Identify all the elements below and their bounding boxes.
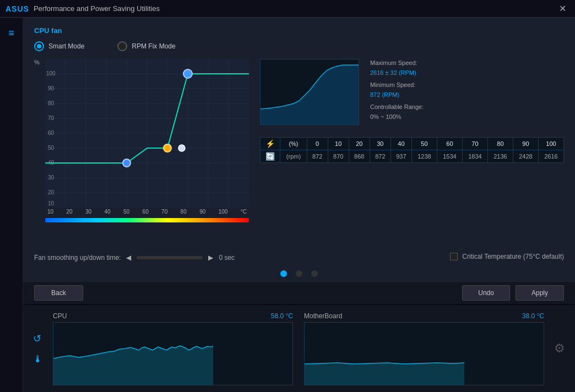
smart-mode-radio[interactable]	[34, 41, 44, 51]
max-speed-label: Maximum Speed:	[370, 59, 417, 66]
chart-canvas[interactable]: 100 90 80 70 60 50 40 30 20 10	[45, 59, 249, 208]
lightning-icon-cell: ⚡	[261, 138, 280, 150]
fan-icon-cell: 🔄	[261, 150, 280, 163]
rpm-col-90: 90	[513, 138, 538, 150]
min-speed-value: 872 (RPM)	[370, 91, 399, 98]
rpm-val-10: 870	[328, 150, 349, 163]
min-speed-label: Minimum Speed:	[370, 81, 416, 88]
rpm-col-40: 40	[390, 138, 411, 150]
svg-text:60: 60	[48, 130, 55, 136]
rpm-fix-mode-radio[interactable]	[117, 41, 127, 51]
top-panel: CPU fan Smart Mode RPM Fix Mode %	[23, 18, 575, 249]
status-bar: ↺ 🌡 CPU 58.0 °C	[23, 304, 575, 392]
btn-group-right: Undo Apply	[462, 285, 564, 301]
rpm-val-90: 2428	[513, 150, 538, 163]
rpm-col-0: 0	[307, 138, 328, 150]
rpm-val-30: 872	[370, 150, 390, 163]
rpm-col-60: 60	[437, 138, 462, 150]
slider-value: 0 sec	[219, 254, 235, 262]
svg-marker-34	[305, 363, 464, 385]
rpm-table: ⚡ (%) 0 10 20 30 40 50 60 70 80	[260, 137, 564, 163]
rpm-val-60: 1534	[437, 150, 462, 163]
mb-temp-header: MotherBoard 38.0 °C	[304, 312, 544, 320]
max-speed-value: 2616 ± 32 (RPM)	[370, 69, 416, 76]
slider-left-arrow[interactable]: ◀	[126, 254, 131, 262]
rpm-val-40: 937	[390, 150, 411, 163]
speed-chart-box	[260, 59, 359, 125]
rpm-col-100: 100	[538, 138, 563, 150]
rpm-val-70: 1834	[462, 150, 487, 163]
cpu-temp-item: CPU 58.0 °C	[53, 312, 293, 385]
rpm-values-row: 🔄 (rpm) 872 870 868 872 937 1238 1534 18…	[261, 150, 564, 163]
mb-temp-chart	[304, 322, 544, 385]
slider-track[interactable]	[137, 256, 203, 259]
asus-logo: ASUS	[6, 4, 29, 13]
svg-text:20: 20	[48, 189, 55, 195]
svg-text:100: 100	[46, 70, 56, 77]
close-button[interactable]: ✕	[556, 2, 569, 15]
dots-navigation	[23, 266, 575, 281]
info-panel: Maximum Speed: 2616 ± 32 (RPM) Minimum S…	[260, 59, 564, 244]
control-point-4	[183, 69, 192, 78]
menu-icon[interactable]: ≡	[4, 23, 19, 43]
svg-text:90: 90	[48, 85, 55, 91]
nav-dot-3[interactable]	[311, 270, 318, 277]
chart-area: %	[34, 59, 249, 244]
slider-right-arrow[interactable]: ▶	[208, 254, 213, 262]
section-title: CPU fan	[34, 26, 564, 35]
svg-text:30: 30	[48, 175, 55, 181]
temp-charts-row: CPU 58.0 °C Mother	[53, 312, 544, 385]
rpm-val-80: 2136	[487, 150, 513, 163]
undo-button[interactable]: Undo	[462, 285, 510, 301]
critical-temp-label: Critical Temperature (75°C default)	[462, 253, 564, 260]
fan-smoothing-row: Fan smoothing up/down time: ◀ ▶ 0 sec	[34, 254, 235, 262]
rpm-col-20: 20	[349, 138, 370, 150]
rpm-col-30: 30	[370, 138, 390, 150]
control-point-1	[123, 159, 131, 167]
svg-text:80: 80	[48, 100, 55, 106]
title-bar-left: ASUS Performance and Power Saving Utilit…	[6, 4, 160, 13]
critical-temp-checkbox[interactable]	[450, 253, 458, 260]
cpu-temp-value: 58.0 °C	[271, 312, 293, 320]
smart-mode-option[interactable]: Smart Mode	[34, 41, 84, 51]
refresh-icon[interactable]: ↺	[33, 333, 43, 345]
chart-ylabel: %	[34, 59, 40, 66]
chart-info-row: %	[34, 59, 564, 244]
mb-temp-label: MotherBoard	[304, 312, 342, 320]
cpu-temp-chart	[53, 322, 293, 385]
cpu-temp-svg	[53, 323, 213, 385]
content-area: CPU fan Smart Mode RPM Fix Mode %	[23, 18, 575, 392]
rpm-col-50: 50	[411, 138, 437, 150]
speed-info: Maximum Speed: 2616 ± 32 (RPM) Minimum S…	[370, 59, 424, 121]
window-title: Performance and Power Saving Utilities	[34, 4, 160, 13]
temperature-color-bar	[45, 218, 249, 222]
rpm-fix-mode-option[interactable]: RPM Fix Mode	[117, 41, 175, 51]
rpm-col-10: 10	[328, 138, 349, 150]
range-label: Controllable Range:	[370, 104, 424, 110]
rpm-header-rpm: (rpm)	[280, 150, 307, 163]
mb-temp-svg	[305, 323, 464, 385]
nav-dot-2[interactable]	[296, 270, 302, 277]
rpm-percent-row: ⚡ (%) 0 10 20 30 40 50 60 70 80	[261, 138, 564, 150]
svg-text:70: 70	[48, 115, 55, 121]
rpm-val-100: 2616	[538, 150, 563, 163]
rpm-table-container: ⚡ (%) 0 10 20 30 40 50 60 70 80	[260, 137, 564, 163]
speed-chart-svg	[261, 59, 359, 125]
thermometer-icon[interactable]: 🌡	[33, 353, 43, 365]
gear-icon[interactable]: ⚙	[554, 341, 565, 356]
smart-mode-label: Smart Mode	[48, 42, 84, 50]
rpm-val-20: 868	[349, 150, 370, 163]
temp-unit-label: °C	[241, 209, 247, 215]
nav-dot-1[interactable]	[280, 270, 287, 277]
back-button[interactable]: Back	[34, 285, 83, 301]
main-layout: ≡ CPU fan Smart Mode RPM Fix Mode	[0, 18, 575, 392]
control-point-2	[164, 144, 171, 152]
mb-temp-value: 38.0 °C	[522, 312, 544, 320]
svg-text:50: 50	[48, 145, 55, 151]
status-icons-left: ↺ 🌡	[29, 333, 47, 365]
control-point-3	[178, 145, 185, 151]
critical-temp-row: Critical Temperature (75°C default)	[450, 253, 564, 260]
smart-mode-radio-inner	[37, 44, 41, 48]
apply-button[interactable]: Apply	[516, 285, 564, 301]
mode-selection: Smart Mode RPM Fix Mode	[34, 41, 564, 51]
